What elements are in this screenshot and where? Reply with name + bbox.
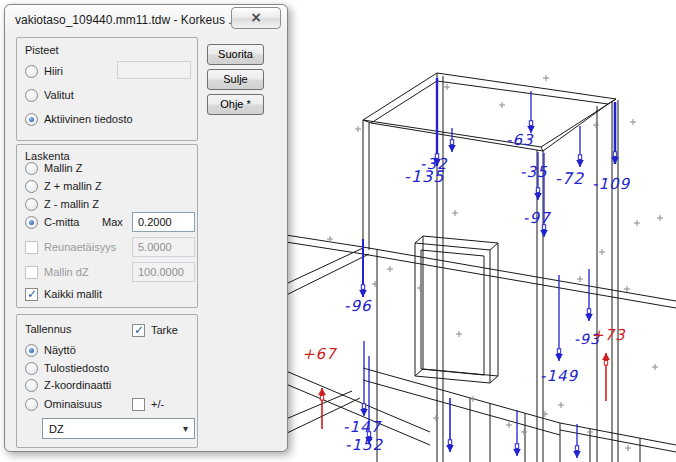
hiiri-input[interactable] [117,61,191,79]
ohje-button[interactable]: Ohje * [207,94,264,115]
radio-row-z-plus-mallin-z[interactable]: Z + mallin Z [25,179,102,193]
measurement-label: -97 [523,209,551,227]
max-label: Max [102,215,123,229]
checkbox-kaikki-mallit[interactable] [25,288,38,301]
measurement-label: -63 [506,131,534,149]
radio-aktiivinen-tiedosto-label: Aktiivinen tiedosto [44,113,133,125]
dz-dropdown-value: DZ [49,423,64,435]
radio-z-koordinaatti[interactable] [25,379,38,392]
measurement-label: -147 [343,418,381,436]
checkbox-reunaetaisyys-label: Reunaetäisyys [44,241,116,253]
suorita-button[interactable]: Suorita [207,44,264,65]
down-arrows [363,78,615,458]
radio-naytto[interactable] [25,344,38,357]
measurement-label: -149 [540,367,578,385]
close-button[interactable]: × [231,7,281,29]
radio-row-z-koordinaatti[interactable]: Z-koordinaatti [25,378,111,392]
checkbox-row-tarke[interactable]: Tarke [132,323,178,337]
checkbox-row-kaikki-mallit[interactable]: Kaikki mallit [25,287,102,301]
measurement-label: -72 [555,169,584,188]
close-icon: × [250,9,262,25]
checkbox-tarke[interactable] [132,324,145,337]
mallin-dz-input[interactable]: 100.0000 [132,262,195,282]
measurement-label: -152 [345,436,383,454]
radio-c-mitta-label: C-mitta [44,216,79,228]
radio-row-valitut[interactable]: Valitut [25,88,74,102]
group-tallennus: Tallennus Tarke Näyttö Tulostiedosto Z-k… [16,314,198,448]
checkbox-mallin-dz-label: Mallin dZ [44,266,89,278]
reunaetaisyys-input[interactable]: 5.0000 [132,237,195,257]
radio-tulostiedosto-label: Tulostiedosto [44,362,109,374]
radio-row-naytto[interactable]: Näyttö [25,343,76,357]
radio-tulostiedosto[interactable] [25,362,38,375]
dialog-titlebar[interactable]: vakiotaso_109440.mm11.tdw - Korkeus ... … [5,5,287,35]
dialog-title: vakiotaso_109440.mm11.tdw - Korkeus ... [15,13,238,27]
radio-c-mitta[interactable] [25,216,38,229]
radio-z-plus-mallin-z-label: Z + mallin Z [44,180,102,192]
radio-z-minus-mallin-z[interactable] [25,198,38,211]
dz-dropdown[interactable]: DZ ▾ [42,418,195,439]
radio-hiiri-label: Hiiri [44,65,63,77]
radio-ominaisuus-label: Ominaisuus [44,398,102,410]
checkbox-reunaetaisyys[interactable] [25,241,38,254]
checkbox-row-plus-minus[interactable]: +/- [132,397,164,411]
checkbox-mallin-dz[interactable] [25,266,38,279]
radio-ominaisuus[interactable] [25,398,38,411]
checkbox-plus-minus[interactable] [132,398,145,411]
radio-hiiri[interactable] [25,65,38,78]
radio-row-c-mitta[interactable]: C-mitta [25,215,79,229]
chevron-down-icon: ▾ [183,423,188,434]
radio-mallin-z[interactable] [25,162,38,175]
radio-row-hiiri[interactable]: Hiiri [25,64,63,78]
checkbox-row-reunaetaisyys[interactable]: Reunaetäisyys [25,240,116,254]
radio-row-aktiivinen-tiedosto[interactable]: Aktiivinen tiedosto [25,112,133,126]
radio-valitut-label: Valitut [44,89,74,101]
application-window: -32 -135 -63 -35 -72 -109 -97 -96 -93 +7… [0,0,676,462]
radio-z-koordinaatti-label: Z-koordinaatti [44,379,111,391]
radio-naytto-label: Näyttö [44,344,76,356]
measurement-label: -135 [404,167,444,186]
radio-row-mallin-z[interactable]: Mallin Z [25,161,83,175]
measurement-label: +73 [591,326,626,344]
radio-valitut[interactable] [25,89,38,102]
radio-mallin-z-label: Mallin Z [44,162,83,174]
korkeus-dialog: vakiotaso_109440.mm11.tdw - Korkeus ... … [4,4,288,452]
group-tallennus-label: Tallennus [23,323,73,335]
checkbox-tarke-label: Tarke [151,324,178,336]
group-pisteet-label: Pisteet [23,44,61,56]
checkbox-plus-minus-label: +/- [151,398,164,410]
radio-aktiivinen-tiedosto[interactable] [25,113,38,126]
measurement-label: +67 [302,345,337,363]
group-pisteet: Pisteet Hiiri Valitut Aktiivinen tiedost… [16,37,198,141]
c-mitta-max-input[interactable]: 0.2000 [132,212,195,232]
checkbox-kaikki-mallit-label: Kaikki mallit [44,288,102,300]
radio-row-ominaisuus[interactable]: Ominaisuus [25,397,102,411]
measurement-label: -96 [344,297,372,315]
radio-z-minus-mallin-z-label: Z - mallin Z [44,198,99,210]
radio-row-z-minus-mallin-z[interactable]: Z - mallin Z [25,197,99,211]
radio-row-tulostiedosto[interactable]: Tulostiedosto [25,361,109,375]
group-laskenta: Laskenta Mallin Z Z + mallin Z Z - malli… [16,144,198,308]
measurement-label: -109 [592,175,630,193]
checkbox-row-mallin-dz[interactable]: Mallin dZ [25,265,89,279]
sulje-button[interactable]: Sulje [207,69,264,90]
measurement-label: -35 [520,163,548,181]
radio-z-plus-mallin-z[interactable] [25,180,38,193]
